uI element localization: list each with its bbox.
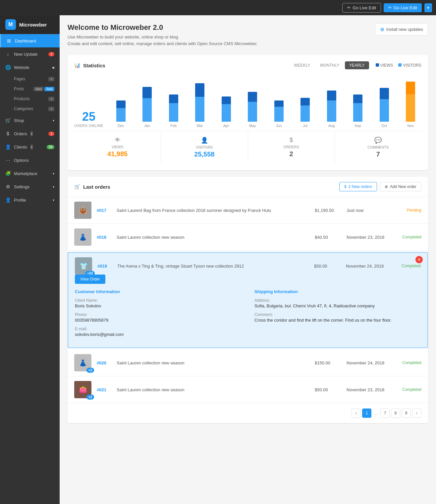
- pagination-page-1[interactable]: 1: [362, 409, 371, 418]
- sidebar-item-marketplace[interactable]: 🧩 Marketplace ▾: [0, 167, 60, 180]
- order-name-019: The Arena x Ting & Ting, vintage Stuart …: [117, 264, 309, 269]
- sidebar-item-posts[interactable]: Posts Add Add: [0, 84, 60, 94]
- pagination-page-8[interactable]: 8: [391, 409, 400, 418]
- layout: M Microweber ⊞ Dashboard ↓ New Update 3 …: [0, 15, 436, 504]
- order-row-020[interactable]: 👗 +2 #020 Saint Lauren collection new se…: [68, 349, 428, 376]
- orders-stat-value: 2: [255, 150, 328, 158]
- visitor-icon: 👤: [168, 137, 241, 144]
- view-order-button[interactable]: View Order: [75, 275, 105, 284]
- go-live-edit-outline-button[interactable]: ✏ Go Live Edit: [342, 3, 381, 13]
- sidebar-item-pages[interactable]: Pages +: [0, 74, 60, 84]
- sidebar-item-website[interactable]: 🌐 Website ◀: [0, 61, 60, 74]
- posts-add-button-2[interactable]: Add: [44, 87, 54, 91]
- pages-add-button[interactable]: +: [48, 77, 54, 81]
- client-name-label: Client Name:: [75, 298, 241, 303]
- chevron-down-icon: ▾: [427, 5, 429, 10]
- posts-add-button-1[interactable]: Add: [33, 87, 43, 91]
- sidebar-item-profile[interactable]: 👤 Profile ▾: [0, 193, 60, 207]
- sidebar-item-clients[interactable]: 👤 Clients + 99: [0, 140, 60, 154]
- products-add-button[interactable]: +: [48, 97, 54, 101]
- sidebar-item-new-update[interactable]: ↓ New Update 3: [0, 47, 60, 61]
- marketplace-icon: 🧩: [5, 171, 11, 176]
- tab-monthly[interactable]: MONTHLY: [316, 61, 344, 69]
- sidebar-item-categories[interactable]: Categories +: [0, 104, 60, 114]
- orders-plus-button[interactable]: +: [30, 131, 33, 136]
- orders-title: 🛒 Last orders: [74, 184, 110, 190]
- order-id-017: #017: [97, 208, 111, 213]
- plus-circle-icon: ⊕: [380, 26, 384, 32]
- bar-jan: Jan: [136, 87, 158, 128]
- bar-feb: Feb: [163, 94, 185, 128]
- order-image-badge-020: +2: [86, 368, 94, 373]
- pagination-page-7[interactable]: 7: [380, 409, 390, 418]
- welcome-sub-1: Use Microweber to build your website, on…: [68, 34, 258, 40]
- order-row-021[interactable]: 👛 +2 #021 Saint Lauren collection new se…: [68, 376, 428, 403]
- sidebar-item-settings[interactable]: ⚙ Settings ▾: [0, 180, 60, 193]
- order-price-019: $50.00: [314, 264, 341, 269]
- go-live-edit-primary-button[interactable]: ✏ Go Live Edit: [384, 3, 422, 12]
- sidebar-item-label: Marketplace: [14, 171, 37, 176]
- wallet-icon: 👛: [79, 386, 87, 394]
- sidebar-item-orders[interactable]: $ Orders + 3: [0, 127, 60, 140]
- order-name-018: Saint Lauren collection new season: [117, 235, 309, 240]
- new-orders-button[interactable]: $ 2 New orders: [339, 182, 377, 191]
- sidebar-item-products[interactable]: Products +: [0, 94, 60, 104]
- tab-yearly[interactable]: YEARLY: [345, 61, 369, 69]
- close-expanded-button[interactable]: ✕: [415, 256, 423, 263]
- tab-weekly[interactable]: WEEKLY: [290, 61, 314, 69]
- chevron-down-icon: ▾: [53, 119, 54, 122]
- welcome-header: Welcome to Microweber 2.0 Use Microweber…: [68, 23, 428, 47]
- pagination-next[interactable]: ›: [412, 409, 421, 418]
- sidebar-item-options[interactable]: ··· Options: [0, 154, 60, 167]
- bar-sep: Sep: [347, 94, 369, 128]
- sidebar-item-dashboard[interactable]: ⊞ Dashboard: [0, 34, 60, 47]
- chart-left: 25 USERS ONLINE: [74, 110, 110, 128]
- logo-icon: M: [5, 19, 16, 30]
- sidebar-item-label: Profile: [14, 198, 26, 203]
- order-status-020: Completed: [395, 360, 421, 365]
- expanded-order-header-019: 👕 +33 #019 The Arena x Ting & Ting, vint…: [68, 253, 427, 275]
- clients-plus-button[interactable]: +: [30, 145, 33, 150]
- order-price-020: $150.00: [315, 360, 341, 365]
- options-icon: ···: [5, 158, 11, 163]
- bar-dec: Dec: [110, 100, 132, 128]
- order-status-018: Completed: [395, 235, 421, 239]
- order-image-018: 👗: [74, 228, 91, 246]
- pencil-icon: ✏: [347, 5, 351, 10]
- pagination-prev[interactable]: ‹: [352, 409, 361, 418]
- order-date-019: November 24, 2018: [346, 264, 389, 269]
- globe-icon: 🌐: [5, 65, 11, 70]
- pagination-page-9[interactable]: 9: [402, 409, 411, 418]
- add-order-button[interactable]: ⊕ Add New order: [380, 182, 421, 191]
- email-label: E-mail:: [75, 327, 241, 331]
- order-row-018[interactable]: 👗 #018 Saint Lauren collection new seaso…: [68, 224, 428, 251]
- pencil-icon-2: ✏: [388, 5, 392, 10]
- bag-icon: 👜: [79, 206, 87, 214]
- pagination-dots: ...: [373, 411, 379, 416]
- topbar-dropdown-button[interactable]: ▾: [424, 3, 432, 12]
- orders-badge: 3: [48, 132, 54, 136]
- stat-box-views: 👁 VIEWS 41,985: [74, 131, 161, 163]
- install-updates-button[interactable]: ⊕ Install new updates: [375, 23, 428, 35]
- cart-icon: 🛒: [74, 184, 81, 190]
- order-image-020: 👗 +2: [74, 354, 91, 371]
- stats-tabs: WEEKLY MONTHLY YEARLY: [290, 61, 369, 69]
- address-value: Sofia, Bulgaria, bul. Cherni Vruh 47, fl…: [254, 303, 421, 308]
- orders-actions: $ 2 New orders ⊕ Add New order: [339, 182, 421, 191]
- categories-add-button[interactable]: +: [48, 107, 54, 111]
- order-status-019: Completed: [394, 264, 421, 268]
- bar-jun: Jun: [268, 100, 290, 128]
- order-id-018: #018: [97, 235, 111, 240]
- sidebar-item-shop[interactable]: 🛒 Shop ▾: [0, 114, 60, 127]
- dollar-stat-icon: $: [255, 137, 328, 144]
- bar-may: May: [242, 92, 263, 128]
- customer-info-title: Customer Information: [75, 289, 241, 294]
- bar-nov: Nov: [400, 82, 421, 128]
- sidebar-item-label: Options: [14, 158, 29, 163]
- profile-icon: 👤: [5, 197, 11, 203]
- order-row-017[interactable]: 👜 #017 Saint Laurent Bag from France col…: [68, 197, 428, 224]
- stat-box-comments: 💬 COMMENTS 7: [335, 131, 421, 163]
- order-price-021: $50.00: [315, 387, 341, 392]
- clients-icon: 👤: [5, 144, 11, 150]
- sidebar-products-label: Products: [14, 96, 29, 101]
